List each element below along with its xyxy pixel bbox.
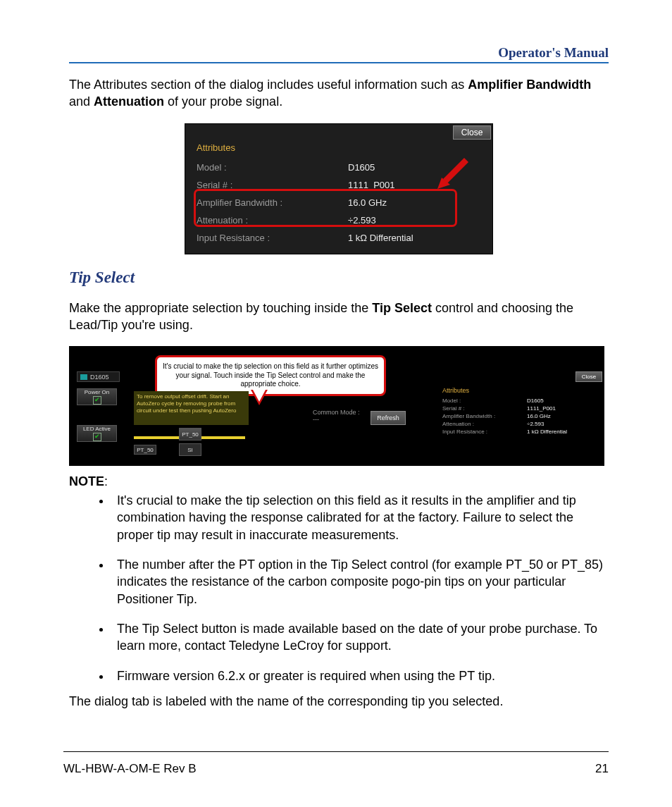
- attr-label: Serial # :: [197, 180, 348, 190]
- panel-attributes: Attributes Model :D1605 Serial # :1111_P…: [442, 387, 594, 436]
- panel-attr-row: Amplifier Bandwidth :16.0 GHz: [442, 412, 594, 420]
- panel-attr-value: D1605: [527, 398, 544, 404]
- panel-attr-label: Serial # :: [442, 405, 527, 412]
- tip-select-option[interactable]: PT_50: [134, 445, 156, 455]
- panel-attr-value: 16.0 GHz: [527, 413, 551, 419]
- attributes-heading: Attributes: [197, 142, 481, 153]
- panel-attrs-heading: Attributes: [442, 387, 594, 394]
- led-active-label: LED Active: [83, 426, 111, 432]
- page-header: Operator's Manual: [69, 45, 609, 61]
- attr-value: ÷2.593: [348, 215, 376, 226]
- svg-marker-0: [443, 158, 468, 183]
- close-button[interactable]: Close: [453, 125, 491, 140]
- intro-post: of your probe signal.: [164, 94, 282, 109]
- tab-chip-icon: [80, 374, 87, 380]
- note-item: It's crucial to make the tip selection o…: [111, 492, 609, 543]
- note-label-bold: NOTE: [69, 474, 104, 488]
- attr-row-bandwidth: Amplifier Bandwidth : 16.0 GHz: [197, 194, 481, 211]
- led-active-button[interactable]: LED Active ✔: [77, 425, 117, 442]
- attr-value: 16.0 GHz: [348, 197, 387, 208]
- panel-attr-value: 1 kΩ Differential: [527, 429, 567, 435]
- panel-close-button[interactable]: Close: [575, 371, 602, 382]
- tip-select-control[interactable]: PT_50: [179, 428, 201, 441]
- note-item: The number after the PT option in the Ti…: [111, 556, 609, 608]
- attr-value: 1 kΩ Differential: [348, 233, 413, 243]
- panel-attr-value: 1111_P001: [527, 405, 556, 412]
- ts-pre: Make the appropriate selection by touchi…: [69, 301, 372, 315]
- attr-label: Model :: [197, 162, 348, 173]
- intro-pre: The Attributes section of the dialog inc…: [69, 78, 468, 92]
- panel-tab[interactable]: D1605: [77, 371, 120, 382]
- footer-page-number: 21: [595, 762, 609, 776]
- panel-attr-row: Attenuation :÷2.593: [442, 420, 594, 428]
- callout-tail-inner: [253, 390, 266, 402]
- footer-doc-id: WL-HBW-A-OM-E Rev B: [63, 762, 197, 776]
- autozero-instructions: To remove output offset drift. Start an …: [134, 391, 249, 425]
- footer-divider: [63, 751, 609, 752]
- checkbox-icon: ✔: [93, 433, 101, 441]
- note-item: The Tip Select button is made available …: [111, 620, 609, 655]
- note-label: NOTE:: [69, 474, 609, 489]
- closing-paragraph: The dialog tab is labeled with the name …: [69, 694, 609, 709]
- power-on-label: Power On: [85, 389, 110, 395]
- panel-attr-row: Input Resistance :1 kΩ Differential: [442, 428, 594, 436]
- attr-row-input-resistance: Input Resistance : 1 kΩ Differential: [197, 229, 481, 247]
- header-divider: [69, 62, 609, 63]
- intro-bold-2: Attenuation: [94, 94, 164, 109]
- tip-track-left: [134, 436, 179, 439]
- checkbox-icon: ✔: [93, 396, 101, 405]
- panel-attr-label: Input Resistance :: [442, 429, 527, 435]
- attr-row-attenuation: Attenuation : ÷2.593: [197, 211, 481, 229]
- attr-value: 1111_P001: [348, 180, 395, 190]
- refresh-button[interactable]: Refresh: [371, 411, 406, 425]
- panel-attr-label: Amplifier Bandwidth :: [442, 413, 527, 419]
- intro-paragraph: The Attributes section of the dialog inc…: [69, 76, 609, 111]
- panel-attr-label: Attenuation :: [442, 421, 527, 427]
- note-item: Firmware version 6.2.x or greater is req…: [111, 667, 609, 684]
- panel-attr-row: Serial # :1111_P001: [442, 405, 594, 412]
- tip-select-heading: Tip Select: [69, 269, 609, 287]
- power-on-button[interactable]: Power On ✔: [77, 388, 117, 405]
- attributes-dialog: Close Attributes Model : D1605 Serial # …: [185, 123, 493, 254]
- attr-label: Attenuation :: [197, 215, 348, 226]
- panel-attr-label: Model :: [442, 398, 527, 404]
- intro-mid: and: [69, 94, 94, 109]
- tip-track-right: [200, 436, 245, 439]
- panel-tab-label: D1605: [90, 374, 109, 381]
- attr-value: D1605: [348, 162, 375, 173]
- tip-select-dropdown[interactable]: SI: [179, 443, 201, 456]
- panel-attr-value: ÷2.593: [527, 421, 544, 427]
- attr-label: Amplifier Bandwidth :: [197, 197, 348, 208]
- arrow-icon: [435, 155, 470, 190]
- note-list: It's crucial to make the tip selection o…: [69, 492, 609, 684]
- attr-label: Input Resistance :: [197, 233, 348, 243]
- panel-attr-row: Model :D1605: [442, 397, 594, 405]
- tip-select-paragraph: Make the appropriate selection by touchi…: [69, 300, 609, 334]
- note-colon: :: [104, 474, 108, 488]
- tip-select-panel: It's crucial to make the tip selection o…: [69, 346, 604, 466]
- ts-bold: Tip Select: [372, 301, 432, 315]
- intro-bold-1: Amplifier Bandwidth: [468, 78, 591, 92]
- callout-bubble: It's crucial to make the tip selection o…: [155, 355, 386, 396]
